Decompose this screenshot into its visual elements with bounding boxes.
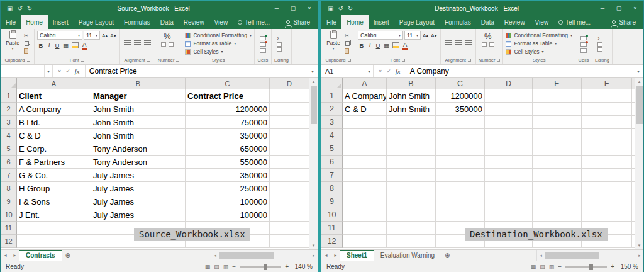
zoom-in-icon[interactable]: + (611, 263, 614, 270)
tell-me-box[interactable]: Tell me... (233, 15, 275, 29)
cell-C8[interactable]: 250000 (186, 182, 270, 195)
cell-D8[interactable] (485, 182, 533, 195)
redo-icon[interactable]: ↻ (348, 5, 353, 12)
undo-icon[interactable]: ↺ (338, 5, 343, 12)
italic-button[interactable]: I (47, 42, 52, 48)
save-icon[interactable]: ▣ (7, 5, 13, 12)
align-bottom-icon[interactable] (144, 33, 151, 38)
borders-icon[interactable]: ▦ (63, 42, 69, 49)
insert-function-icon[interactable]: fx (75, 67, 80, 75)
cell-D7[interactable] (270, 169, 309, 182)
select-all-button[interactable] (1, 78, 17, 89)
formula-bar-expand-icon[interactable]: ▾ (633, 65, 643, 77)
ribbon-tab-file[interactable]: File (321, 15, 341, 29)
cell-C3[interactable]: 750000 (186, 116, 270, 129)
cell-C6[interactable] (436, 156, 485, 169)
column-header-B[interactable]: B (91, 78, 186, 89)
page-layout-view-icon[interactable]: ▤ (540, 264, 545, 270)
clipboard-dialog-launcher-icon[interactable] (348, 59, 351, 62)
cell-E9[interactable] (533, 195, 582, 208)
zoom-slider-thumb[interactable] (589, 264, 593, 270)
ribbon-tab-view[interactable]: View (209, 15, 233, 29)
cell-C1[interactable]: Contract Price (186, 89, 270, 103)
row-header-11[interactable]: 11 (1, 222, 17, 235)
fill-color-icon[interactable] (392, 42, 399, 48)
cell-E4[interactable] (533, 129, 582, 142)
formula-bar-expand-icon[interactable]: ▾ (308, 65, 318, 77)
alignment-dialog-launcher-icon[interactable] (147, 59, 150, 62)
row-header-7[interactable]: 7 (321, 169, 343, 182)
align-left-icon[interactable] (124, 40, 131, 45)
cell-A9[interactable] (343, 195, 387, 208)
page-layout-view-icon[interactable]: ▤ (214, 264, 219, 270)
cell-D3[interactable] (270, 116, 309, 129)
horizontal-scrollbar[interactable]: ◂ ▸ (211, 250, 318, 261)
cell-E10[interactable] (533, 208, 582, 222)
cell-B4[interactable]: John Smith (91, 129, 186, 142)
cell-C5[interactable] (436, 142, 485, 156)
cell-D9[interactable] (270, 195, 309, 208)
zoom-percentage[interactable]: 140 % (292, 263, 313, 270)
cell-B4[interactable] (387, 129, 436, 142)
decrease-font-size-icon[interactable]: A▾ (430, 33, 437, 38)
cell-B6[interactable]: Tony Anderson (91, 156, 186, 169)
increase-font-size-icon[interactable]: A▴ (422, 33, 429, 38)
vertical-scrollbar[interactable]: ▴ ▾ (635, 78, 643, 249)
font-size-combo[interactable]: 11 ▾ (84, 31, 100, 40)
minimize-button[interactable]: ─ (594, 1, 611, 15)
paste-button[interactable]: Paste ▾ (3, 31, 22, 56)
row-header-1[interactable]: 1 (321, 89, 343, 103)
align-center-icon[interactable] (455, 40, 462, 45)
column-header-C[interactable]: C (436, 78, 485, 89)
align-center-icon[interactable] (134, 40, 141, 45)
cell-E5[interactable] (533, 142, 582, 156)
share-button[interactable]: Share (604, 15, 643, 29)
ribbon-tab-insert[interactable]: Insert (369, 15, 394, 29)
row-header-3[interactable]: 3 (1, 116, 17, 129)
cell-C9[interactable]: 100000 (186, 195, 270, 208)
cell-B10[interactable] (387, 208, 436, 222)
zoom-slider[interactable] (565, 266, 607, 268)
increase-decimal-icon[interactable] (489, 42, 494, 47)
new-sheet-button[interactable]: ⊕ (62, 250, 74, 261)
row-header-8[interactable]: 8 (1, 182, 17, 195)
cell-C4[interactable]: 350000 (186, 129, 270, 142)
format-as-table-button[interactable]: Format as Table ▾ (185, 40, 252, 47)
cell-A5[interactable]: E Corp. (17, 142, 91, 156)
scroll-down-icon[interactable]: ▾ (309, 242, 318, 249)
row-header-9[interactable]: 9 (321, 195, 343, 208)
cell-A11[interactable] (17, 222, 91, 235)
bold-button[interactable]: B (359, 42, 364, 49)
conditional-formatting-button[interactable]: Conditional Formatting ▾ (506, 31, 572, 39)
cell-C9[interactable] (436, 195, 485, 208)
sheet-nav-right-icon[interactable]: ▸ (331, 250, 340, 261)
cell-A7[interactable] (343, 169, 387, 182)
ribbon-tab-page-layout[interactable]: Page Layout (74, 15, 119, 29)
font-name-combo[interactable]: Calibri ▾ (37, 31, 82, 40)
decrease-font-size-icon[interactable]: A▾ (109, 33, 116, 38)
cell-B7[interactable]: July James (91, 169, 186, 182)
select-all-button[interactable] (321, 78, 343, 89)
cell-B12[interactable] (387, 235, 436, 248)
name-box-dropdown-icon[interactable]: ▾ (45, 65, 53, 77)
align-top-icon[interactable] (124, 33, 131, 38)
cell-B8[interactable] (387, 182, 436, 195)
cell-B3[interactable] (387, 116, 436, 129)
font-color-icon[interactable]: A (82, 42, 87, 50)
cell-A8[interactable]: H Group (17, 182, 91, 195)
row-header-7[interactable]: 7 (1, 169, 17, 182)
ribbon-tab-insert[interactable]: Insert (48, 15, 74, 29)
cell-F4[interactable] (582, 129, 632, 142)
delete-cells-icon[interactable] (260, 42, 266, 47)
scroll-right-icon[interactable]: ▸ (310, 253, 318, 258)
cell-D6[interactable] (485, 156, 533, 169)
cell-A7[interactable]: G & Co. (17, 169, 91, 182)
row-header-5[interactable]: 5 (321, 142, 343, 156)
format-cells-icon[interactable] (580, 48, 587, 53)
row-header-4[interactable]: 4 (1, 129, 17, 142)
increase-decimal-icon[interactable] (169, 42, 174, 47)
cell-D10[interactable] (270, 208, 309, 222)
ribbon-tab-formulas[interactable]: Formulas (440, 15, 476, 29)
scroll-down-icon[interactable]: ▾ (635, 242, 643, 249)
row-header-5[interactable]: 5 (1, 142, 17, 156)
